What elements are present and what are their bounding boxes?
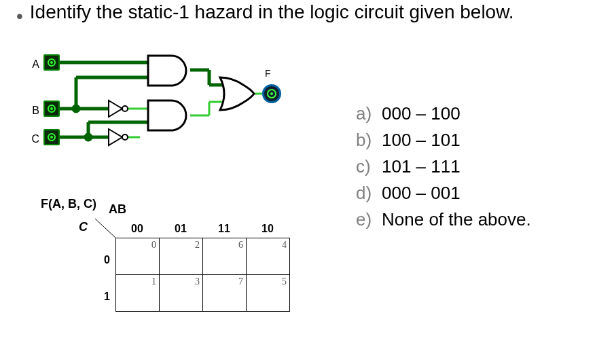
cell-index: 2: [195, 240, 200, 251]
answer-text: 100 – 101: [382, 130, 460, 151]
question-row: • Identify the static-1 hazard in the lo…: [0, 0, 614, 26]
kmap-col-header: 10: [246, 223, 289, 235]
svg-point-18: [122, 106, 128, 111]
kmap-cell: 4: [247, 238, 290, 275]
answer-d: d) 000 – 001: [356, 183, 531, 204]
logic-circuit: A B C F: [27, 48, 326, 170]
kmap-cell: 5: [247, 275, 290, 312]
kmap-cell: 7: [203, 275, 247, 312]
svg-point-11: [86, 134, 91, 140]
svg-point-10: [73, 106, 79, 111]
answer-a: a) 000 – 100: [356, 103, 531, 124]
answer-text: 000 – 001: [382, 183, 460, 204]
kmap-row-label-1: 1: [98, 291, 110, 303]
kmap-cell: 1: [116, 275, 160, 312]
not-gate-c: [109, 129, 128, 145]
and-gate-bottom: [148, 101, 186, 130]
cell-index: 4: [282, 240, 287, 251]
kmap-row: 0 2 6 4: [116, 238, 290, 275]
kmap-row-label-0: 0: [98, 254, 110, 266]
answer-text: 101 – 111: [382, 156, 460, 177]
answer-options: a) 000 – 100 b) 100 – 101 c) 101 – 111 d…: [356, 103, 531, 236]
kmap-col-header: 01: [159, 223, 202, 235]
cell-index: 3: [195, 276, 200, 287]
answer-b: b) 100 – 101: [356, 130, 531, 151]
answer-letter: d): [356, 183, 382, 204]
cell-index: 5: [282, 276, 287, 287]
cell-index: 0: [151, 240, 156, 251]
cell-index: 7: [238, 276, 243, 287]
answer-letter: b): [356, 130, 382, 151]
kmap-col-headers: 00 01 11 10: [115, 223, 289, 235]
kmap-function-label: F(A, B, C): [41, 197, 96, 211]
svg-line-20: [95, 219, 115, 238]
kmap-row: 1 3 7 5: [116, 275, 290, 312]
kmap-col-var: AB: [109, 202, 126, 217]
kmap-col-header: 11: [202, 223, 246, 235]
kmap-grid: 0 2 6 4 1 3 7 5: [115, 238, 290, 312]
answer-letter: e): [356, 209, 382, 230]
answer-text: 000 – 100: [382, 103, 460, 124]
answer-letter: c): [356, 156, 382, 177]
answer-letter: a): [356, 103, 382, 124]
kmap-cell: 0: [116, 238, 160, 275]
svg-point-19: [122, 134, 128, 140]
or-gate: [220, 77, 254, 110]
kmap-col-header: 00: [115, 223, 159, 235]
kmap-cell: 2: [160, 238, 203, 275]
question-text: Identify the static-1 hazard in the logi…: [30, 1, 514, 23]
answer-c: c) 101 – 111: [356, 156, 531, 177]
and-gate-top: [148, 56, 186, 86]
kmap-table: 0 2 6 4 1 3 7 5: [115, 238, 290, 312]
kmap-row-var: C: [79, 220, 88, 234]
answer-e: e) None of the above.: [356, 209, 531, 230]
circuit-svg: [27, 48, 326, 170]
wire-group-dark: [60, 62, 223, 140]
answer-text: None of the above.: [382, 209, 531, 230]
kmap-cell: 6: [203, 238, 247, 275]
not-gate-b: [109, 101, 128, 117]
kmap-cell: 3: [160, 275, 203, 312]
cell-index: 1: [151, 276, 156, 287]
bullet: •: [16, 7, 23, 26]
cell-index: 6: [238, 240, 243, 251]
